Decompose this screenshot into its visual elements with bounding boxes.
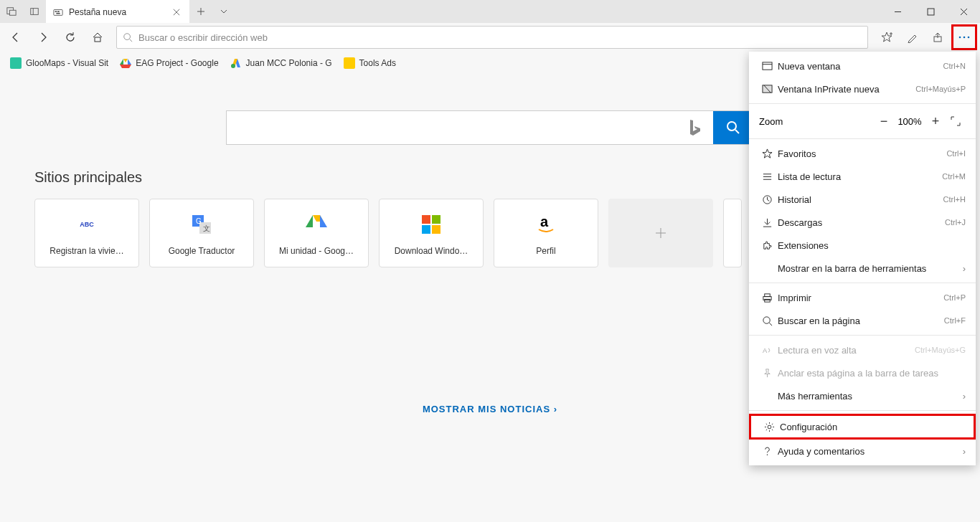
back-button[interactable] xyxy=(3,24,29,50)
bookmark-label: GlooMaps - Visual Sit xyxy=(26,58,108,68)
menu-print[interactable]: ImprimirCtrl+P xyxy=(749,286,976,309)
favorite-star-button[interactable] xyxy=(874,24,900,50)
address-bar[interactable]: Buscar o escribir dirección web xyxy=(116,26,868,49)
bookmark-item[interactable]: Juan MCC Polonia - G xyxy=(226,54,336,72)
svg-rect-2 xyxy=(31,9,39,15)
bookmark-label: EAG Project - Google xyxy=(136,58,218,68)
svg-text:文: 文 xyxy=(203,224,210,232)
chevron-right-icon: › xyxy=(963,263,966,274)
svg-marker-29 xyxy=(120,59,123,65)
menu-settings[interactable]: Configuración xyxy=(749,414,976,440)
svg-rect-4 xyxy=(54,10,62,16)
menu-inprivate[interactable]: Ventana InPrivate nuevaCtrl+Mayús+P xyxy=(749,77,976,100)
bing-search-input[interactable] xyxy=(227,111,676,144)
svg-rect-1 xyxy=(9,10,16,15)
inprivate-icon xyxy=(759,84,775,95)
svg-rect-16 xyxy=(95,37,100,42)
search-submit-button[interactable] xyxy=(713,111,753,144)
menu-read-aloud: ALectura en voz altaCtrl+Mayús+G xyxy=(749,338,976,361)
refresh-button[interactable] xyxy=(57,24,83,50)
menu-help[interactable]: Ayuda y comentarios› xyxy=(749,440,976,462)
home-button[interactable] xyxy=(85,24,110,50)
microsoft-icon xyxy=(422,210,440,239)
top-site-tile[interactable]: Mi unidad - Goog… xyxy=(264,199,369,267)
new-tab-button[interactable] xyxy=(189,0,212,23)
maximize-button[interactable] xyxy=(914,0,947,23)
tile-label: Google Traductor xyxy=(169,246,235,256)
svg-marker-43 xyxy=(306,215,313,227)
notes-button[interactable] xyxy=(900,24,925,50)
share-button[interactable] xyxy=(925,24,951,50)
close-window-button[interactable] xyxy=(947,0,980,23)
svg-marker-28 xyxy=(128,59,131,65)
svg-line-35 xyxy=(735,130,739,133)
tile-label: Perfil xyxy=(536,246,555,256)
menu-downloads[interactable]: DescargasCtrl+J xyxy=(749,211,976,234)
svg-marker-56 xyxy=(762,148,771,157)
svg-rect-51 xyxy=(762,62,771,69)
star-icon xyxy=(759,148,775,159)
bookmark-item[interactable]: EAG Project - Google xyxy=(116,54,222,72)
history-icon xyxy=(759,194,775,205)
more-button[interactable] xyxy=(953,27,975,48)
menu-find[interactable]: Buscar en la páginaCtrl+F xyxy=(749,309,976,332)
set-aside-tabs-button[interactable] xyxy=(0,0,23,23)
show-aside-tabs-button[interactable] xyxy=(23,0,46,23)
svg-rect-44 xyxy=(422,215,430,224)
forward-button[interactable] xyxy=(30,24,56,50)
tab-active[interactable]: Pestaña nueva xyxy=(46,0,189,23)
tab-close-button[interactable] xyxy=(169,5,184,19)
svg-point-17 xyxy=(124,34,131,40)
svg-rect-13 xyxy=(928,9,934,15)
menu-more-tools[interactable]: Más herramientas› xyxy=(749,384,976,407)
pin-icon xyxy=(759,368,775,379)
svg-point-23 xyxy=(959,37,961,39)
puzzle-icon xyxy=(759,240,775,251)
menu-separator xyxy=(749,335,976,336)
gear-icon xyxy=(761,422,777,432)
svg-marker-27 xyxy=(123,59,128,62)
minimize-button[interactable] xyxy=(881,0,914,23)
top-site-tile[interactable]: aPerfil xyxy=(494,199,598,267)
zoom-in-button[interactable]: + xyxy=(925,111,946,131)
audio-icon: A xyxy=(759,345,775,356)
bing-searchbox xyxy=(226,110,754,145)
bookmark-item[interactable]: Tools Ads xyxy=(339,54,400,72)
translate-icon: G文 xyxy=(191,210,212,239)
add-site-tile[interactable] xyxy=(608,199,713,267)
svg-rect-47 xyxy=(432,225,440,234)
chevron-right-icon: › xyxy=(554,404,557,414)
menu-favorites[interactable]: FavoritosCtrl+I xyxy=(749,142,976,165)
top-site-tile[interactable]: Download Windo… xyxy=(379,199,484,267)
tab-favicon-icon xyxy=(53,7,63,17)
tab-dropdown-button[interactable] xyxy=(212,0,235,23)
more-menu: Nueva ventanaCtrl+N Ventana InPrivate nu… xyxy=(749,52,976,465)
svg-text:A: A xyxy=(762,347,767,354)
svg-point-66 xyxy=(763,316,769,323)
svg-text:a: a xyxy=(540,214,549,229)
fullscreen-button[interactable] xyxy=(946,111,966,131)
top-site-tile[interactable]: ABCRegistran la vivie… xyxy=(34,199,139,267)
amazon-icon: a xyxy=(535,210,557,239)
menu-separator xyxy=(749,103,976,104)
svg-rect-63 xyxy=(764,293,770,296)
menu-new-window[interactable]: Nueva ventanaCtrl+N xyxy=(749,54,976,77)
menu-history[interactable]: HistorialCtrl+H xyxy=(749,188,976,211)
tile-label: Mi unidad - Goog… xyxy=(279,246,354,256)
chevron-right-icon: › xyxy=(963,391,966,402)
bookmark-label: Tools Ads xyxy=(359,58,396,68)
window-icon xyxy=(759,61,775,72)
menu-show-in-toolbar[interactable]: Mostrar en la barra de herramientas› xyxy=(749,257,976,280)
top-site-tile[interactable]: G文Google Traductor xyxy=(149,199,254,267)
svg-point-34 xyxy=(727,122,736,130)
menu-reading-list[interactable]: Lista de lecturaCtrl+M xyxy=(749,165,976,188)
address-placeholder: Buscar o escribir dirección web xyxy=(138,32,268,43)
menu-extensions[interactable]: Extensiones xyxy=(749,234,976,257)
tile-icon: ABC xyxy=(80,210,94,239)
top-site-tile-partial[interactable] xyxy=(723,199,742,267)
bookmark-item[interactable]: GlooMaps - Visual Sit xyxy=(6,54,113,72)
svg-rect-45 xyxy=(432,215,440,224)
chevron-right-icon: › xyxy=(963,446,966,457)
zoom-out-button[interactable]: − xyxy=(874,111,894,131)
tab-title: Pestaña nueva xyxy=(69,7,169,17)
